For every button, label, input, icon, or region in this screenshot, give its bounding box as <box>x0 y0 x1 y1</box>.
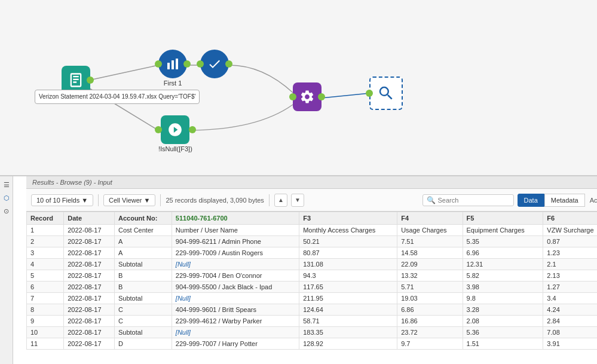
cell-f3: Monthly Access Charges <box>299 225 397 236</box>
table-header: Record Date Account No: 511040-761-6700 … <box>27 212 598 225</box>
cell-f4: 9.7 <box>397 338 463 350</box>
settings-node[interactable] <box>293 82 322 111</box>
cell-f6: 1.27 <box>543 282 597 293</box>
cell-record: 8 <box>27 304 64 316</box>
table-body: 1 2022-08-17 Cost Center Number / User N… <box>27 225 598 350</box>
col-f2: 511040-761-6700 <box>172 212 299 225</box>
tab-action-button[interactable]: Acti <box>585 194 597 207</box>
connector-left <box>289 93 296 100</box>
cell-f4: Usage Charges <box>397 225 463 236</box>
cell-date: 2022-08-17 <box>64 316 115 327</box>
cell-f3: 124.64 <box>299 304 397 316</box>
table-row[interactable]: 7 2022-08-17 Subtotal [Null] 211.95 19.0… <box>27 293 598 304</box>
cell-f6: 0.87 <box>543 236 597 247</box>
connector-left <box>155 60 162 68</box>
connector-right <box>225 60 232 68</box>
cell-f2: [Null] <box>172 293 299 304</box>
svg-line-3 <box>322 93 369 98</box>
cell-account: C <box>114 304 172 316</box>
cell-f3: 50.21 <box>299 236 397 247</box>
fields-dropdown-button[interactable]: 10 of 10 Fields ▼ <box>31 194 93 206</box>
cell-account: C <box>114 316 172 327</box>
cell-f3: 117.65 <box>299 282 397 293</box>
results-table: Record Date Account No: 511040-761-6700 … <box>26 212 597 350</box>
col-f5: F5 <box>463 212 543 225</box>
col-f6: F6 <box>543 212 597 225</box>
cell-f4: 6.86 <box>397 304 463 316</box>
cell-viewer-button[interactable]: Cell Viewer ▼ <box>103 194 155 206</box>
dropdown-arrow-icon: ▼ <box>81 197 88 204</box>
table-row[interactable]: 11 2022-08-17 D 229-999-7007 / Harry Pot… <box>27 338 598 350</box>
col-record: Record <box>27 212 64 225</box>
cell-date: 2022-08-17 <box>64 236 115 247</box>
cell-f5: 12.31 <box>463 259 543 270</box>
cell-date: 2022-08-17 <box>64 338 115 350</box>
table-row[interactable]: 10 2022-08-17 Subtotal [Null] 183.35 23.… <box>27 327 598 338</box>
connector-left <box>366 90 373 97</box>
table-row[interactable]: 2 2022-08-17 A 904-999-6211 / Admin Phon… <box>27 236 598 247</box>
cell-f5: 9.8 <box>463 293 543 304</box>
browse-node[interactable] <box>369 77 403 110</box>
settings-small-icon[interactable]: ⊙ <box>2 206 11 216</box>
table-row[interactable]: 3 2022-08-17 A 229-999-7009 / Austin Rog… <box>27 247 598 259</box>
left-sidebar: ☰ ⬡ ⊙ <box>0 176 13 364</box>
table-row[interactable]: 8 2022-08-17 C 404-999-9601 / Britt Spea… <box>27 304 598 316</box>
link-icon[interactable]: ⬡ <box>2 193 11 203</box>
results-header: Results - Browse (9) - Input <box>26 176 597 189</box>
search-box: 🔍 <box>423 194 514 206</box>
connector-left <box>155 126 162 133</box>
cell-f5: Equipment Charges <box>463 225 543 236</box>
filter-label: !IsNull([F3]) <box>158 145 192 152</box>
check-node[interactable] <box>200 50 229 78</box>
cell-record: 2 <box>27 236 64 247</box>
menu-icon[interactable]: ☰ <box>2 180 11 189</box>
table-row[interactable]: 1 2022-08-17 Cost Center Number / User N… <box>27 225 598 236</box>
cell-date: 2022-08-17 <box>64 304 115 316</box>
cell-f5: 1.51 <box>463 338 543 350</box>
cell-f3: 94.3 <box>299 270 397 282</box>
cell-f2: 229-999-7009 / Austin Rogers <box>172 247 299 259</box>
cell-f5: 5.35 <box>463 236 543 247</box>
cell-f2: 404-999-9601 / Britt Spears <box>172 304 299 316</box>
table-row[interactable]: 9 2022-08-17 C 229-999-4612 / Warby Park… <box>27 316 598 327</box>
cell-f3: 58.71 <box>299 316 397 327</box>
cell-record: 10 <box>27 327 64 338</box>
cell-date: 2022-08-17 <box>64 225 115 236</box>
cell-record: 1 <box>27 225 64 236</box>
cell-f4: 13.32 <box>397 270 463 282</box>
scroll-up-button[interactable]: ▲ <box>274 194 287 207</box>
records-info: 25 records displayed, 3,090 bytes <box>166 197 264 204</box>
cell-f2: 229-999-7004 / Ben O'connor <box>172 270 299 282</box>
connector-right <box>318 93 325 100</box>
filter-node[interactable]: !IsNull([F3]) <box>158 115 192 152</box>
cell-f6: VZW Surcharge <box>543 225 597 236</box>
first1-node[interactable]: First 1 <box>158 50 187 87</box>
input-label-box: Verizon Statement 2024-03-04 19.59.47.xl… <box>35 90 200 104</box>
cell-f5: 6.96 <box>463 247 543 259</box>
search-input[interactable] <box>438 197 510 204</box>
tab-group: Data Metadata Acti <box>518 194 597 207</box>
cell-f2: 904-999-6211 / Admin Phone <box>172 236 299 247</box>
tab-data-button[interactable]: Data <box>518 194 544 207</box>
svg-rect-4 <box>167 63 170 69</box>
table-wrapper[interactable]: Record Date Account No: 511040-761-6700 … <box>26 212 597 364</box>
col-date: Date <box>64 212 115 225</box>
cell-f4: 19.03 <box>397 293 463 304</box>
cell-record: 11 <box>27 338 64 350</box>
table-row[interactable]: 6 2022-08-17 B 904-999-5500 / Jack Black… <box>27 282 598 293</box>
table-row[interactable]: 4 2022-08-17 Subtotal [Null] 131.08 22.0… <box>27 259 598 270</box>
cell-f3: 80.87 <box>299 247 397 259</box>
svg-rect-5 <box>172 60 174 69</box>
cell-account: D <box>114 338 172 350</box>
cell-f3: 128.92 <box>299 338 397 350</box>
cell-account: Subtotal <box>114 327 172 338</box>
table-row[interactable]: 5 2022-08-17 B 229-999-7004 / Ben O'conn… <box>27 270 598 282</box>
cell-f4: 5.71 <box>397 282 463 293</box>
cell-date: 2022-08-17 <box>64 270 115 282</box>
toolbar: 10 of 10 Fields ▼ Cell Viewer ▼ 25 recor… <box>26 189 597 212</box>
separator-3 <box>269 194 270 206</box>
cell-f2: [Null] <box>172 259 299 270</box>
scroll-down-button[interactable]: ▼ <box>291 194 304 207</box>
cell-account: A <box>114 247 172 259</box>
tab-metadata-button[interactable]: Metadata <box>544 194 585 207</box>
